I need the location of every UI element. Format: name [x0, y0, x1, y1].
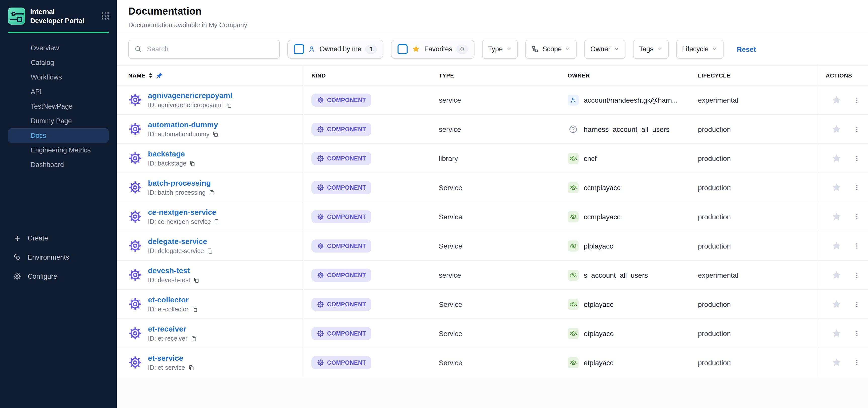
- cell-name: devesh-testID: devesh-test: [117, 260, 303, 289]
- sort-icon[interactable]: [149, 72, 153, 79]
- favorites-filter[interactable]: Favorites 0: [391, 39, 474, 59]
- chevron-down-icon: [614, 45, 619, 53]
- sidebar-item-workflows[interactable]: Workflows: [8, 70, 109, 85]
- copy-icon[interactable]: [190, 336, 196, 342]
- group-owner-icon: [567, 182, 579, 193]
- sidebar-item-configure[interactable]: Configure: [0, 266, 117, 286]
- kebab-menu-icon[interactable]: [854, 329, 861, 337]
- sidebar-footer-nav: CreateEnvironmentsConfigure: [0, 228, 117, 286]
- favorite-star-button[interactable]: [831, 328, 842, 339]
- sidebar-item-engineering-metrics[interactable]: Engineering Metrics: [8, 143, 109, 157]
- sidebar-item-dummy-page[interactable]: Dummy Page: [8, 114, 109, 128]
- entity-name-link[interactable]: backstage: [148, 149, 195, 158]
- type-dropdown[interactable]: Type: [482, 39, 518, 59]
- component-gear-icon: [128, 151, 142, 165]
- scope-dropdown[interactable]: Scope: [525, 39, 577, 59]
- kebab-menu-icon[interactable]: [854, 300, 861, 308]
- cell-owner: etplayacc: [560, 348, 690, 377]
- kebab-menu-icon[interactable]: [854, 358, 861, 367]
- reset-filters-button[interactable]: Reset: [737, 45, 756, 53]
- kebab-menu-icon[interactable]: [854, 96, 861, 104]
- entity-name-link[interactable]: et-collector: [148, 295, 197, 304]
- copy-icon[interactable]: [213, 131, 219, 137]
- cell-lifecycle: production: [690, 348, 819, 377]
- entity-name-link[interactable]: et-receiver: [148, 324, 196, 333]
- sidebar-accent-divider: [8, 32, 109, 33]
- cell-name: et-serviceID: et-service: [117, 348, 303, 377]
- cell-type: Service: [431, 319, 560, 348]
- owned-by-me-checkbox[interactable]: [294, 44, 304, 54]
- favorite-star-button[interactable]: [831, 124, 842, 134]
- gear-icon: [13, 272, 21, 280]
- copy-icon[interactable]: [189, 160, 195, 166]
- favorite-star-button[interactable]: [831, 241, 842, 251]
- entity-name-link[interactable]: batch-processing: [148, 179, 215, 187]
- copy-icon[interactable]: [207, 248, 213, 254]
- copy-icon[interactable]: [193, 277, 199, 283]
- column-header-type[interactable]: TYPE: [431, 66, 560, 85]
- app-switcher-grid-icon[interactable]: [101, 11, 110, 20]
- pin-icon[interactable]: [156, 72, 162, 79]
- tags-dropdown[interactable]: Tags: [633, 39, 669, 59]
- owned-by-me-filter[interactable]: Owned by me 1: [287, 39, 384, 59]
- kebab-menu-icon[interactable]: [854, 213, 861, 221]
- main-content: Documentation Documentation available in…: [117, 0, 868, 408]
- copy-icon[interactable]: [209, 190, 215, 196]
- column-header-kind[interactable]: KIND: [303, 66, 431, 85]
- sidebar-footer-label: Environments: [28, 253, 69, 261]
- favorites-checkbox[interactable]: [398, 44, 408, 54]
- cell-owner: s_account_all_users: [560, 260, 690, 289]
- lifecycle-dropdown[interactable]: Lifecycle: [676, 39, 723, 59]
- sidebar-item-docs[interactable]: Docs: [8, 128, 109, 143]
- entity-name-link[interactable]: delegate-service: [148, 237, 213, 246]
- owner-name: cncf: [584, 154, 596, 162]
- favorites-label: Favorites: [425, 45, 453, 53]
- kebab-menu-icon[interactable]: [854, 183, 861, 191]
- entity-name-link[interactable]: devesh-test: [148, 266, 199, 275]
- search-icon: [134, 45, 142, 53]
- favorite-star-button[interactable]: [831, 299, 842, 309]
- favorite-star-button[interactable]: [831, 182, 842, 193]
- kebab-menu-icon[interactable]: [854, 271, 861, 279]
- entity-name-link[interactable]: automation-dummy: [148, 120, 219, 129]
- cell-kind: COMPONENT: [303, 202, 431, 231]
- kebab-menu-icon[interactable]: [854, 125, 861, 133]
- owner-dropdown[interactable]: Owner: [585, 39, 626, 59]
- copy-icon[interactable]: [214, 219, 220, 225]
- copy-icon[interactable]: [226, 102, 232, 108]
- cell-kind: COMPONENT: [303, 173, 431, 202]
- column-header-lifecycle[interactable]: LIFECYCLE: [690, 66, 819, 85]
- table-header-row: NAME KIND TYPE OWNER LIFECYCLE: [117, 66, 868, 86]
- entity-id: ID: automationdummy: [148, 131, 219, 138]
- entity-name-link[interactable]: et-service: [148, 354, 194, 363]
- sidebar-item-dashboard[interactable]: Dashboard: [8, 157, 109, 172]
- table-row: agnivagenericrepoyamlID: agnivagenericre…: [117, 86, 868, 115]
- sidebar-item-create[interactable]: Create: [0, 228, 117, 248]
- entity-name-link[interactable]: ce-nextgen-service: [148, 208, 220, 217]
- column-header-owner[interactable]: OWNER: [560, 66, 690, 85]
- sidebar-item-overview[interactable]: Overview: [8, 41, 109, 55]
- cell-owner: ccmplayacc: [560, 173, 690, 202]
- sidebar-item-api[interactable]: API: [8, 85, 109, 99]
- favorite-star-button[interactable]: [831, 95, 842, 105]
- owned-by-me-count: 1: [366, 44, 377, 54]
- sidebar-item-catalog[interactable]: Catalog: [8, 55, 109, 70]
- sidebar-item-environments[interactable]: Environments: [0, 248, 117, 266]
- kebab-menu-icon[interactable]: [854, 242, 861, 250]
- cell-owner: cncf: [560, 144, 690, 172]
- favorite-star-button[interactable]: [831, 357, 842, 368]
- favorite-star-button[interactable]: [831, 211, 842, 222]
- group-owner-icon: [567, 153, 579, 164]
- copy-icon[interactable]: [188, 365, 194, 371]
- owner-name: etplayacc: [584, 300, 613, 308]
- entity-name-link[interactable]: agnivagenericrepoyaml: [148, 91, 232, 100]
- copy-icon[interactable]: [191, 306, 197, 312]
- column-header-name[interactable]: NAME: [117, 66, 303, 85]
- owner-name: account/nandeesh.gk@harn...: [584, 96, 678, 104]
- content-background: [117, 377, 868, 408]
- favorite-star-button[interactable]: [831, 270, 842, 280]
- search-input[interactable]: [146, 45, 274, 53]
- sidebar-item-testnewpage[interactable]: TestNewPage: [8, 99, 109, 114]
- kebab-menu-icon[interactable]: [854, 154, 861, 162]
- favorite-star-button[interactable]: [831, 153, 842, 163]
